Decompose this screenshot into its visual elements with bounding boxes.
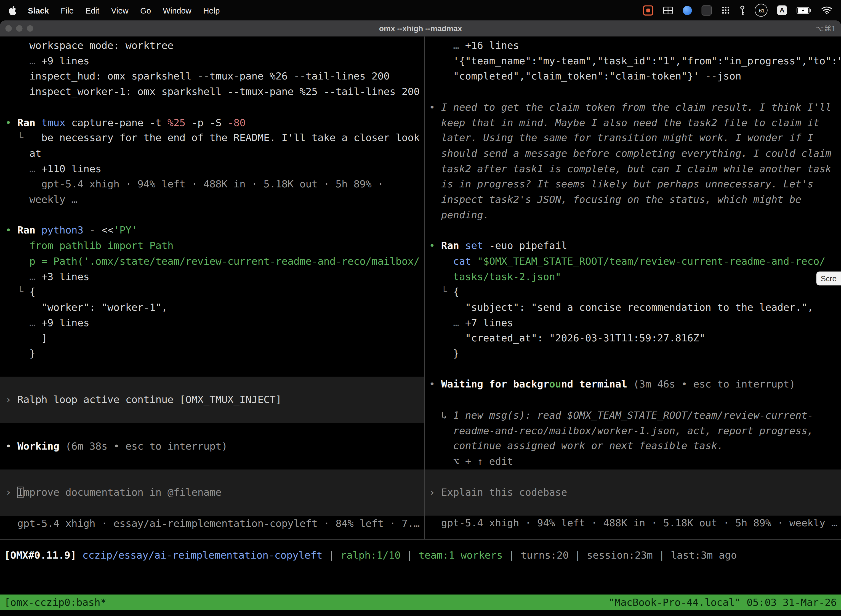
terminal-line: … +110 lines: [0, 161, 424, 177]
terminal-line: '{"team_name":"my-team","task_id":"1","f…: [425, 54, 841, 69]
terminal-line: • Ran tmux capture-pane -t %25 -p -S -80: [0, 115, 424, 131]
terminal-line: }: [0, 346, 424, 362]
menu-item-edit[interactable]: Edit: [79, 6, 105, 15]
terminal-line: … +7 lines: [425, 315, 841, 331]
terminal-line: • Ran set -euo pipefail: [425, 238, 841, 254]
tmux-session-label: [omx-cczip0:bash*: [4, 597, 107, 608]
screen: Slack File Edit View Go Window Help .61 …: [0, 0, 841, 616]
terminal-line: gpt-5.4 xhigh · 94% left · 488K in · 5.1…: [425, 516, 841, 531]
terminal-line: [0, 423, 424, 439]
terminal-pane-left[interactable]: workspace_mode: worktree … +9 lines insp…: [0, 37, 425, 539]
terminal-line: [0, 208, 424, 223]
terminal-line: › Ralph loop active continue [OMX_TMUX_I…: [0, 377, 424, 424]
input-source-icon[interactable]: A: [777, 5, 787, 15]
battery-icon[interactable]: [797, 7, 812, 13]
screen-share-overlay: Scre: [816, 271, 841, 286]
terminal-window: omx --xhigh --madmax ⌥⌘1 workspace_mode:…: [0, 21, 841, 616]
menu-bar-status-area: .61 A: [643, 4, 832, 17]
menu-item-window[interactable]: Window: [157, 6, 197, 15]
terminal-line: … +3 lines: [0, 269, 424, 285]
terminal-line: is in progress? It seems likely but perh…: [425, 177, 841, 192]
traffic-lights: [5, 25, 33, 31]
tmux-status-bar: [omx-cczip0:bash* "MacBook-Pro-44.local"…: [0, 594, 841, 610]
close-button[interactable]: [5, 25, 12, 31]
terminal-line: "completed","claim_token":"claim-token"}…: [425, 69, 841, 84]
terminal-line: ⌥ + ↑ edit: [425, 454, 841, 469]
terminal-line: … +9 lines: [0, 315, 424, 331]
terminal-line: [425, 223, 841, 238]
terminal-line: • Ran python3 - <<'PY': [0, 223, 424, 238]
dark-app-icon[interactable]: [702, 5, 712, 15]
terminal-line: [425, 84, 841, 100]
menu-item-go[interactable]: Go: [134, 6, 157, 15]
terminal-line: weekly …: [0, 192, 424, 208]
terminal-line: ]: [0, 331, 424, 346]
menu-item-help[interactable]: Help: [197, 6, 226, 15]
terminal-line: cat "$OMX_TEAM_STATE_ROOT/team/review-cu…: [425, 254, 841, 269]
terminal-pane-right[interactable]: … +16 lines '{"team_name":"my-team","tas…: [425, 37, 841, 539]
terminal-line: … +16 lines: [425, 38, 841, 54]
window-title: omx --xhigh --madmax: [379, 24, 462, 32]
terminal-line: pending.: [425, 208, 841, 223]
terminal-line: [0, 362, 424, 377]
menu-item-slack[interactable]: Slack: [22, 6, 55, 15]
menu-item-file[interactable]: File: [55, 6, 80, 15]
terminal-line: └ {: [0, 285, 424, 300]
terminal-line: inspect_hud: omx sparkshell --tmux-pane …: [0, 69, 424, 84]
terminal-line: p = Path('.omx/state/team/review-current…: [0, 254, 424, 269]
terminal-line: later. Using the same for transition mig…: [425, 131, 841, 146]
menu-bar: Slack File Edit View Go Window Help .61 …: [0, 0, 841, 21]
terminal-line: • Working (6m 38s • esc to interrupt): [0, 439, 424, 454]
terminal-line: continue assigned work or next feasible …: [425, 439, 841, 454]
usage-badge[interactable]: .61: [755, 4, 768, 17]
terminal-line: inspect task2's JSON, focusing on the st…: [425, 192, 841, 208]
zoom-button[interactable]: [27, 25, 33, 31]
terminal-line: tasks/task-2.json": [425, 269, 841, 285]
menu-bar-left: Slack File Edit View Go Window Help: [9, 6, 226, 15]
key-icon[interactable]: [740, 5, 745, 15]
window-grid-icon[interactable]: [663, 6, 673, 14]
terminal-line: [425, 362, 841, 377]
terminal-line: should send a message before completing …: [425, 146, 841, 161]
terminal-line: › Improve documentation in @filename: [0, 470, 424, 516]
terminal-line: • Waiting for background terminal (3m 46…: [425, 377, 841, 392]
dots-grid-icon[interactable]: [722, 6, 730, 14]
terminal-line: task2 after task1 is complete, but can I…: [425, 161, 841, 177]
terminal-line: workspace_mode: worktree: [0, 38, 424, 54]
terminal-line: "subject": "send a concise recommendatio…: [425, 300, 841, 315]
terminal-line: readme-and-reco/mailbox/worker-1.json, a…: [425, 423, 841, 439]
terminal-line: [0, 454, 424, 470]
apple-menu-icon[interactable]: [9, 6, 16, 15]
terminal-line: "created_at": "2026-03-31T11:59:27.816Z": [425, 331, 841, 346]
terminal-line: gpt-5.4 xhigh · 94% left · 488K in · 5.1…: [0, 177, 424, 192]
terminal-line: • I need to get the claim token from the…: [425, 100, 841, 115]
wifi-icon[interactable]: [821, 6, 832, 14]
terminal-line: inspect_worker-1: omx sparkshell --tmux-…: [0, 84, 424, 100]
terminal-line: [425, 392, 841, 408]
terminal-line: at: [0, 146, 424, 161]
terminal-line: … +9 lines: [0, 54, 424, 69]
blue-app-icon[interactable]: [683, 6, 692, 15]
terminal-line: "worker": "worker-1",: [0, 300, 424, 315]
terminal-line: }: [425, 346, 841, 362]
menu-item-view[interactable]: View: [105, 6, 134, 15]
terminal-line: └ {: [425, 285, 841, 300]
terminal-line: [0, 100, 424, 115]
tmux-host-time-label: "MacBook-Pro-44.local" 05:03 31-Mar-26: [609, 597, 837, 608]
terminal-line: ↳ 1 new msg(s): read $OMX_TEAM_STATE_ROO…: [425, 408, 841, 423]
screen-recording-icon[interactable]: [643, 5, 653, 15]
terminal-line: from pathlib import Path: [0, 238, 424, 254]
terminal-line: gpt-5.4 xhigh · essay/ai-reimplementatio…: [0, 516, 424, 532]
omx-status-line: [OMX#0.11.9] cczip/essay/ai-reimplementa…: [0, 540, 841, 563]
window-title-bar[interactable]: omx --xhigh --madmax ⌥⌘1: [0, 21, 841, 37]
window-shortcut: ⌥⌘1: [815, 24, 836, 32]
terminal-line: keep that in mind. Maybe I also need the…: [425, 115, 841, 131]
minimize-button[interactable]: [16, 25, 22, 31]
terminal-line: └ be necessary for the end of the README…: [0, 131, 424, 146]
terminal-panes: workspace_mode: worktree … +9 lines insp…: [0, 37, 841, 540]
terminal-line: › Explain this codebase: [425, 469, 841, 516]
